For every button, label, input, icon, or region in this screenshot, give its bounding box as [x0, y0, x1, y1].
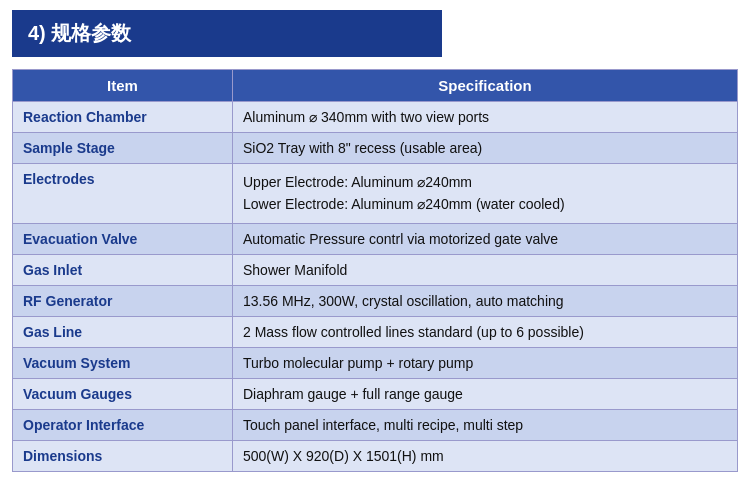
table-row: Operator InterfaceTouch panel interface,…	[13, 409, 738, 440]
table-row: Dimensions500(W) X 920(D) X 1501(H) mm	[13, 440, 738, 471]
spec-table: Item Specification Reaction ChamberAlumi…	[12, 69, 738, 472]
table-cell-spec: 13.56 MHz, 300W, crystal oscillation, au…	[233, 285, 738, 316]
table-cell-item: RF Generator	[13, 285, 233, 316]
table-cell-spec: Turbo molecular pump + rotary pump	[233, 347, 738, 378]
table-cell-item: Evacuation Valve	[13, 223, 233, 254]
table-cell-spec: Automatic Pressure contrl via motorized …	[233, 223, 738, 254]
table-cell-spec: Aluminum ⌀ 340mm with two view ports	[233, 102, 738, 133]
table-cell-item: Operator Interface	[13, 409, 233, 440]
table-cell-spec: Shower Manifold	[233, 254, 738, 285]
col-header-spec: Specification	[233, 70, 738, 102]
table-cell-item: Gas Inlet	[13, 254, 233, 285]
table-cell-item: Electrodes	[13, 164, 233, 224]
table-row: Reaction ChamberAluminum ⌀ 340mm with tw…	[13, 102, 738, 133]
table-row: Gas Line2 Mass flow controlled lines sta…	[13, 316, 738, 347]
page-wrapper: 4) 规格参数 Item Specification Reaction Cham…	[0, 0, 750, 482]
section-title: 4) 规格参数	[28, 22, 131, 44]
table-header-row: Item Specification	[13, 70, 738, 102]
table-row: Evacuation ValveAutomatic Pressure contr…	[13, 223, 738, 254]
table-row: ElectrodesUpper Electrode: Aluminum ⌀240…	[13, 164, 738, 224]
table-cell-item: Reaction Chamber	[13, 102, 233, 133]
table-cell-item: Vacuum Gauges	[13, 378, 233, 409]
section-header: 4) 规格参数	[12, 10, 442, 57]
table-cell-item: Vacuum System	[13, 347, 233, 378]
table-cell-item: Gas Line	[13, 316, 233, 347]
table-cell-spec: Diaphram gauge + full range gauge	[233, 378, 738, 409]
table-cell-spec: Touch panel interface, multi recipe, mul…	[233, 409, 738, 440]
table-row: Vacuum SystemTurbo molecular pump + rota…	[13, 347, 738, 378]
table-cell-spec: SiO2 Tray with 8" recess (usable area)	[233, 133, 738, 164]
table-row: RF Generator13.56 MHz, 300W, crystal osc…	[13, 285, 738, 316]
table-cell-spec: 2 Mass flow controlled lines standard (u…	[233, 316, 738, 347]
table-cell-spec: Upper Electrode: Aluminum ⌀240mmLower El…	[233, 164, 738, 224]
table-cell-item: Sample Stage	[13, 133, 233, 164]
table-row: Gas InletShower Manifold	[13, 254, 738, 285]
table-row: Sample StageSiO2 Tray with 8" recess (us…	[13, 133, 738, 164]
table-cell-spec: 500(W) X 920(D) X 1501(H) mm	[233, 440, 738, 471]
table-cell-item: Dimensions	[13, 440, 233, 471]
col-header-item: Item	[13, 70, 233, 102]
table-row: Vacuum GaugesDiaphram gauge + full range…	[13, 378, 738, 409]
